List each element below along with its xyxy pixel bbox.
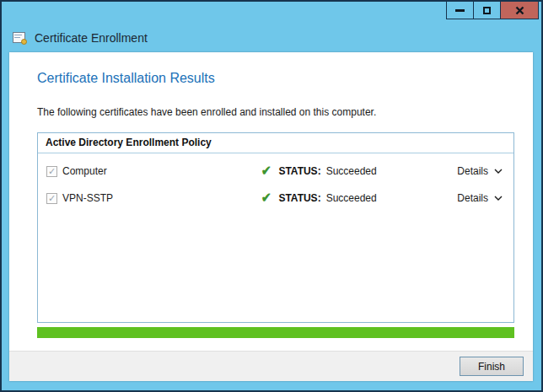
status-cell: ✔ STATUS: Succeeded <box>261 191 377 205</box>
enrollment-policy-panel: Active Directory Enrollment Policy ✓ Com… <box>37 132 514 323</box>
certificate-name-cell: ✓ Computer <box>46 165 261 177</box>
page-title: Certificate Installation Results <box>37 71 514 86</box>
certificate-checkbox[interactable]: ✓ <box>46 193 57 204</box>
status-success-icon: ✔ <box>261 191 272 205</box>
minimize-button[interactable] <box>446 2 474 19</box>
titlebar: Certificate Enrollment <box>13 31 148 45</box>
status-cell: ✔ STATUS: Succeeded <box>261 164 377 178</box>
details-label: Details <box>457 192 488 204</box>
certificate-checkbox[interactable]: ✓ <box>46 166 57 177</box>
chevron-down-icon <box>494 196 503 201</box>
finish-button[interactable]: Finish <box>460 357 524 376</box>
panel-header: Active Directory Enrollment Policy <box>38 133 513 153</box>
status-label: STATUS: <box>278 165 320 177</box>
chevron-down-icon <box>494 169 503 174</box>
status-label: STATUS: <box>278 192 320 204</box>
maximize-icon <box>483 7 491 14</box>
certificate-name: VPN-SSTP <box>62 192 113 204</box>
maximize-button[interactable] <box>473 2 501 19</box>
status-value: Succeeded <box>326 165 377 177</box>
window-title: Certificate Enrollment <box>35 31 148 45</box>
page-description: The following certificates have been enr… <box>37 106 514 118</box>
close-icon <box>515 6 524 15</box>
certificate-enrollment-window: Certificate Enrollment Certificate Insta… <box>0 0 543 392</box>
certificate-row-computer: ✓ Computer ✔ STATUS: Succeeded Details <box>38 158 513 185</box>
close-button[interactable] <box>500 2 539 19</box>
status-value: Succeeded <box>326 192 377 204</box>
details-toggle[interactable]: Details <box>457 192 503 204</box>
window-controls <box>447 2 539 19</box>
footer: Finish <box>9 351 533 381</box>
progress-fill <box>37 327 514 338</box>
minimize-icon <box>455 9 465 12</box>
certificate-name-cell: ✓ VPN-SSTP <box>46 192 261 204</box>
certificate-row-vpn-sstp: ✓ VPN-SSTP ✔ STATUS: Succeeded Details <box>38 185 513 212</box>
certificate-name: Computer <box>62 165 107 177</box>
details-label: Details <box>457 165 488 177</box>
content-body: Certificate Installation Results The fol… <box>9 52 533 351</box>
details-toggle[interactable]: Details <box>457 165 503 177</box>
content-sheet: Certificate Installation Results The fol… <box>9 52 533 381</box>
status-success-icon: ✔ <box>261 164 272 178</box>
certificate-rows: ✓ Computer ✔ STATUS: Succeeded Details <box>38 153 513 212</box>
enrollment-progress-bar <box>37 327 514 338</box>
certificate-icon <box>13 32 27 45</box>
